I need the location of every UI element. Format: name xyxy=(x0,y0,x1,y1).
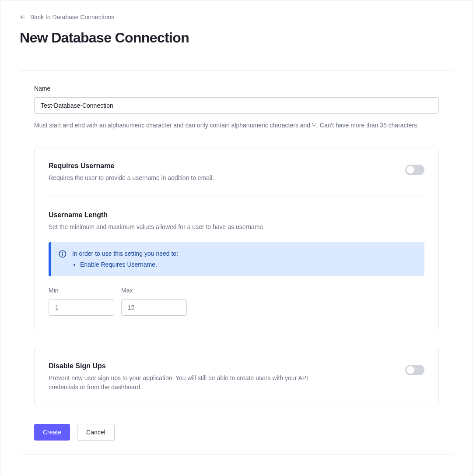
username-settings-panel: Requires Username Requires the user to p… xyxy=(34,148,439,330)
toggle-knob xyxy=(406,366,414,374)
name-label: Name xyxy=(34,85,439,92)
form-actions: Create Cancel xyxy=(34,424,439,441)
info-text: In order to use this setting you need to… xyxy=(72,249,178,269)
max-input[interactable] xyxy=(121,299,187,316)
info-alert: In order to use this setting you need to… xyxy=(49,242,424,276)
disable-signups-toggle[interactable] xyxy=(405,365,424,375)
name-helper-text: Must start and end with an alphanumeric … xyxy=(34,121,439,130)
requires-username-desc: Requires the user to provide a username … xyxy=(49,173,214,183)
max-label: Max xyxy=(121,287,187,294)
arrow-left-icon xyxy=(20,14,26,20)
back-link[interactable]: Back to Database Connections xyxy=(20,14,114,21)
info-title: In order to use this setting you need to… xyxy=(72,250,178,257)
username-length-section: Username Length Set the minimum and maxi… xyxy=(49,211,424,316)
cancel-button[interactable]: Cancel xyxy=(77,424,115,441)
info-list-item: Enable Requires Username. xyxy=(80,260,178,269)
info-icon xyxy=(58,250,67,258)
form-card: Name Must start and end with an alphanum… xyxy=(20,71,453,455)
requires-username-row: Requires Username Requires the user to p… xyxy=(49,162,424,183)
min-input[interactable] xyxy=(49,299,114,316)
page-container: Back to Database Connections New Databas… xyxy=(0,0,473,476)
username-length-desc: Set the minimum and maximum values allow… xyxy=(49,222,424,232)
disable-signups-desc: Prevent new user sign ups to your applic… xyxy=(49,374,329,392)
requires-username-toggle[interactable] xyxy=(405,165,424,175)
requires-username-heading: Requires Username xyxy=(49,162,214,170)
disable-signups-heading: Disable Sign Ups xyxy=(49,362,329,370)
min-label: Min xyxy=(49,287,114,294)
disable-signups-row: Disable Sign Ups Prevent new user sign u… xyxy=(49,362,424,392)
max-col: Max xyxy=(121,287,187,316)
page-title: New Database Connection xyxy=(20,30,453,46)
username-length-heading: Username Length xyxy=(49,211,424,219)
disable-signups-panel: Disable Sign Ups Prevent new user sign u… xyxy=(34,348,439,406)
back-link-label: Back to Database Connections xyxy=(30,14,114,21)
toggle-knob xyxy=(406,166,414,174)
divider xyxy=(49,197,424,197)
svg-point-3 xyxy=(63,252,63,253)
minmax-row: Min Max xyxy=(49,287,424,316)
name-field-block: Name Must start and end with an alphanum… xyxy=(34,85,439,130)
name-input[interactable] xyxy=(34,97,439,114)
min-col: Min xyxy=(49,287,114,316)
create-button[interactable]: Create xyxy=(34,424,70,441)
